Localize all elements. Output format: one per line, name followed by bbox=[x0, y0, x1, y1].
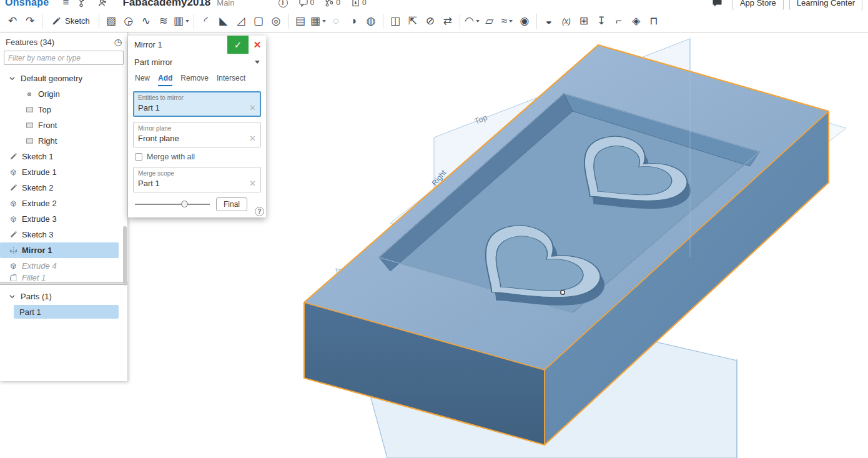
comments-counter[interactable]: 0 bbox=[299, 0, 315, 10]
feature-item-sketch-1[interactable]: Sketch 1 bbox=[0, 149, 127, 164]
final-button[interactable]: Final bbox=[216, 197, 247, 211]
rib-icon[interactable]: ▤ bbox=[292, 12, 309, 31]
feature-item-top[interactable]: Top bbox=[0, 102, 127, 117]
merge-with-all-checkbox-row[interactable]: Merge with all bbox=[135, 152, 261, 161]
cancel-button[interactable]: ✕ bbox=[249, 36, 266, 54]
chevron-down-icon[interactable] bbox=[322, 20, 326, 22]
panel-scrollbar[interactable] bbox=[123, 226, 127, 286]
toolbar-tools: ▧◶∿≋▥◜◣◿▢◎▤▦◌◑◍◫⇱⊘⇄◠▱≈◉◒(x)⊞↧⌐◈⊓ bbox=[102, 12, 663, 31]
workspace-name[interactable]: Main bbox=[217, 0, 234, 10]
circular-pattern-icon: ◌ bbox=[333, 16, 339, 26]
rollback-bar[interactable] bbox=[0, 282, 127, 285]
rollback-slider[interactable] bbox=[135, 200, 210, 209]
surface-icon[interactable]: ◠ bbox=[463, 12, 481, 31]
feature-item-default-geometry[interactable]: Default geometry bbox=[0, 71, 127, 86]
version-graph-icon[interactable] bbox=[79, 0, 88, 10]
branches-counter[interactable]: 0 bbox=[325, 0, 340, 10]
comment-icon bbox=[299, 0, 308, 7]
sketch-button[interactable]: Sketch bbox=[46, 12, 96, 31]
boolean-icon[interactable]: ◍ bbox=[362, 12, 380, 31]
origin-point[interactable] bbox=[561, 291, 565, 294]
parts-section-header[interactable]: Parts (1) bbox=[0, 289, 127, 304]
loft-icon[interactable]: ≋ bbox=[155, 12, 172, 31]
derived-icon: ⊞ bbox=[579, 16, 588, 26]
plane-icon[interactable]: ▱ bbox=[481, 12, 498, 31]
learning-center-button[interactable]: Learning Center bbox=[789, 0, 862, 10]
revolve-icon[interactable]: ◶ bbox=[120, 12, 137, 31]
info-icon[interactable]: i bbox=[279, 0, 288, 7]
circular-pattern-icon[interactable]: ◌ bbox=[327, 12, 345, 31]
app-store-button[interactable]: App Store bbox=[732, 0, 784, 10]
custom-feature-icon[interactable]: ◈ bbox=[628, 12, 645, 31]
sweep-icon[interactable]: ∿ bbox=[137, 12, 155, 31]
clear-selection-icon[interactable]: ✕ bbox=[249, 103, 256, 112]
tab-add[interactable]: Add bbox=[158, 74, 172, 86]
menu-icon[interactable]: ≡ bbox=[63, 0, 69, 10]
clear-selection-icon[interactable]: ✕ bbox=[249, 134, 256, 143]
toolbar-separator bbox=[194, 14, 194, 29]
document-title[interactable]: Fabacademy2018 bbox=[122, 0, 210, 10]
merge-scope-field[interactable]: Merge scope Part 1 ✕ bbox=[133, 167, 261, 192]
feature-item-mirror-1[interactable]: Mirror 1 bbox=[0, 242, 119, 258]
shell-icon[interactable]: ▢ bbox=[250, 12, 267, 31]
tab-intersect[interactable]: Intersect bbox=[217, 74, 245, 86]
mirror-icon[interactable]: ◑ bbox=[345, 12, 362, 31]
feature-item-sketch-3[interactable]: Sketch 3 bbox=[0, 227, 127, 242]
feature-item-extrude-4[interactable]: Extrude 4 bbox=[0, 258, 127, 274]
split-icon[interactable]: ◫ bbox=[387, 12, 404, 31]
chevron-down-icon[interactable] bbox=[509, 20, 513, 22]
undo-icon[interactable]: ↶ bbox=[4, 12, 21, 31]
draft-icon[interactable]: ◿ bbox=[232, 12, 250, 31]
chevron-down-icon[interactable] bbox=[476, 20, 480, 22]
feature-item-extrude-3[interactable]: Extrude 3 bbox=[0, 211, 127, 227]
thicken-icon[interactable]: ▥ bbox=[172, 12, 190, 31]
sheet-metal-icon[interactable]: ⌐ bbox=[610, 12, 628, 31]
entities-to-mirror-field[interactable]: Entities to mirror Part 1 ✕ bbox=[133, 91, 261, 117]
extrude-icon[interactable]: ▧ bbox=[102, 12, 120, 31]
checkbox[interactable] bbox=[135, 153, 142, 161]
feature-item-sketch-2[interactable]: Sketch 2 bbox=[0, 180, 127, 196]
feature-item-extrude-1[interactable]: Extrude 1 bbox=[0, 164, 127, 180]
feature-item-right[interactable]: Right bbox=[0, 133, 127, 149]
feature-item-front[interactable]: Front bbox=[0, 117, 127, 133]
features-panel: Features (34) ◷ Default geometryOriginTo… bbox=[0, 32, 128, 381]
fillet-icon[interactable]: ◜ bbox=[197, 12, 215, 31]
rollback-clock-icon[interactable]: ◷ bbox=[114, 37, 122, 47]
tab-new[interactable]: New bbox=[135, 74, 150, 86]
chat-icon[interactable] bbox=[712, 0, 723, 10]
follow-icon[interactable] bbox=[98, 0, 107, 10]
linear-pattern-icon[interactable]: ▦ bbox=[309, 12, 327, 31]
chamfer-icon[interactable]: ◣ bbox=[215, 12, 232, 31]
toolbar-separator bbox=[460, 14, 460, 29]
hole-icon[interactable]: ◎ bbox=[267, 12, 285, 31]
clear-selection-icon[interactable]: ✕ bbox=[249, 179, 256, 188]
part-body[interactable] bbox=[304, 45, 829, 445]
feature-filter-input[interactable] bbox=[4, 51, 124, 65]
mirror-plane-field[interactable]: Mirror plane Front plane ✕ bbox=[133, 122, 261, 147]
help-icon[interactable]: ? bbox=[255, 207, 264, 216]
tab-remove[interactable]: Remove bbox=[180, 74, 209, 86]
feature-item-extrude-2[interactable]: Extrude 2 bbox=[0, 196, 127, 211]
onshape-logo[interactable]: Onshape bbox=[5, 0, 49, 10]
feature-item-origin[interactable]: Origin bbox=[0, 86, 127, 102]
slider-thumb[interactable] bbox=[181, 201, 188, 207]
confirm-button[interactable]: ✓ bbox=[227, 36, 249, 54]
import-icon[interactable]: ↧ bbox=[593, 12, 610, 31]
mirror-type-dropdown[interactable]: Part mirror bbox=[128, 54, 266, 71]
derived-icon[interactable]: ⊞ bbox=[575, 12, 593, 31]
helix-icon[interactable]: ◉ bbox=[516, 12, 533, 31]
part-item-part-1[interactable]: Part 1 bbox=[14, 305, 119, 319]
offset-surface-icon[interactable]: ≈ bbox=[498, 12, 516, 31]
chevron-down-icon[interactable] bbox=[185, 20, 189, 22]
sketch-icon bbox=[9, 152, 17, 161]
variable-icon[interactable]: (x) bbox=[558, 12, 575, 31]
frame-icon[interactable]: ⊓ bbox=[645, 12, 663, 31]
project-curve-icon[interactable]: ◒ bbox=[540, 12, 558, 31]
exports-counter[interactable]: 0 bbox=[352, 0, 367, 10]
feature-item-fillet-1[interactable]: Fillet 1 bbox=[0, 274, 127, 281]
delete-part-icon[interactable]: ⊘ bbox=[422, 12, 439, 31]
redo-icon[interactable]: ↷ bbox=[21, 12, 39, 31]
extrude-icon bbox=[9, 215, 17, 223]
transform-icon[interactable]: ⇱ bbox=[404, 12, 422, 31]
move-face-icon[interactable]: ⇄ bbox=[439, 12, 456, 31]
